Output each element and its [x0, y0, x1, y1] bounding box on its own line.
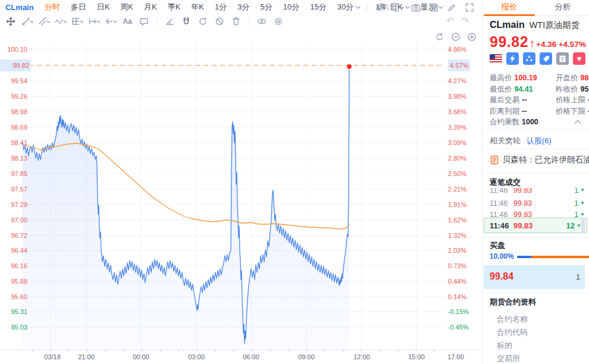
- period-10min[interactable]: 10分: [278, 2, 305, 12]
- period-quarter-k[interactable]: 季K: [162, 2, 186, 12]
- news-headline: 贝森特：已允许伊朗石油继: [503, 155, 589, 165]
- draw-button[interactable]: [446, 2, 458, 12]
- layout-frame-icon: [392, 3, 399, 12]
- ranking-button[interactable]: [523, 52, 535, 65]
- tab-analysis[interactable]: 分析: [536, 0, 589, 15]
- chart-plot[interactable]: [0, 29, 482, 364]
- channel-tool-button[interactable]: [38, 16, 50, 27]
- redo-button[interactable]: ↷: [462, 15, 469, 26]
- pan-move-icon: [6, 17, 15, 26]
- flash-order-button[interactable]: [506, 52, 519, 65]
- pct-axis-label: 1.62%: [448, 216, 466, 224]
- tag-button[interactable]: [540, 52, 552, 65]
- sell-direction-icon: ▼: [580, 212, 585, 217]
- compare-button[interactable]: [256, 16, 268, 27]
- wave-tool-button[interactable]: [55, 16, 67, 27]
- stat-row: 距离到期--: [490, 106, 538, 117]
- gear-icon: [274, 17, 283, 26]
- contract-multiplier: 1000: [522, 118, 538, 126]
- bid-qty: 1: [576, 273, 580, 281]
- pct-axis-label: 1.91%: [448, 200, 466, 209]
- quote-price-row: 99.82↑+4.36 +4.57%: [490, 33, 586, 51]
- stat-row: 价格下限--: [556, 106, 589, 117]
- notes-button[interactable]: [556, 52, 569, 65]
- contract-info-title: 期货合约资料: [490, 297, 536, 307]
- comment-tool-button[interactable]: [138, 16, 150, 27]
- us-flag-icon[interactable]: [490, 54, 502, 63]
- gear-icon: [375, 2, 385, 12]
- bid-row[interactable]: 99.84 1: [484, 265, 585, 289]
- comment-bubble-icon: [139, 17, 149, 26]
- pct-axis-label: 3.39%: [448, 123, 466, 131]
- pan-tool-button[interactable]: [5, 16, 17, 27]
- magnet-tool-button[interactable]: [180, 16, 192, 27]
- angle-icon: [165, 17, 174, 26]
- price-axis-label: 96.16: [0, 262, 27, 270]
- period-month-k[interactable]: 月K: [139, 2, 162, 12]
- tick-list-scrollbar[interactable]: [581, 218, 585, 233]
- contract-name-label: 合约名称: [497, 314, 528, 325]
- period-15min[interactable]: 15分: [305, 2, 331, 12]
- bid-price: 99.84: [490, 271, 513, 282]
- divider: [483, 130, 589, 130]
- chevron-down-icon: [113, 20, 117, 23]
- chevron-down-icon: [400, 6, 404, 9]
- tick-row[interactable]: 11:46 99.83 1▼: [490, 188, 585, 196]
- reset-zoom-button[interactable]: [434, 32, 446, 42]
- fullscreen-button[interactable]: [463, 2, 475, 12]
- hide-drawings-button[interactable]: [214, 16, 225, 27]
- last-price-dot: [347, 64, 352, 69]
- chevron-down-icon: [96, 20, 100, 23]
- tick-row[interactable]: 11:46 99.83 1▼: [490, 197, 585, 209]
- zoom-out-button[interactable]: [450, 32, 462, 42]
- price-axis-label: 98.98: [0, 108, 27, 116]
- delete-drawings-button[interactable]: [230, 16, 242, 27]
- time-axis-label: 03/18: [44, 353, 61, 360]
- stat-row: 最低价94.41: [490, 84, 538, 95]
- pattern-tool-button[interactable]: [71, 16, 83, 27]
- period-5min[interactable]: 5分: [255, 2, 278, 12]
- period-1min[interactable]: 1分: [209, 2, 232, 12]
- period-day-k[interactable]: 日K: [92, 2, 115, 12]
- stat-row: 最高价100.19: [490, 73, 538, 84]
- period-30min[interactable]: 30分: [332, 2, 366, 12]
- news-doc-icon: [490, 155, 499, 165]
- symbol-selector[interactable]: CLmain: [0, 3, 39, 12]
- tab-quote[interactable]: 报价: [483, 0, 536, 15]
- news-ticker-row[interactable]: 贝森特：已允许伊朗石油继: [490, 152, 589, 168]
- lightning-icon: [509, 55, 516, 62]
- pencil-icon: [447, 3, 456, 12]
- sell-direction-icon: ▼: [580, 188, 585, 193]
- tool-settings-button[interactable]: [272, 16, 284, 27]
- continuous-draw-button[interactable]: [197, 16, 209, 27]
- arrow-tool-button[interactable]: [105, 16, 117, 27]
- measure-tool-button[interactable]: [88, 16, 100, 27]
- period-week-k[interactable]: 周K: [115, 2, 139, 12]
- pct-axis-label: 1.32%: [448, 231, 466, 240]
- period-3min[interactable]: 3分: [232, 2, 255, 12]
- text-tool-button[interactable]: Aa: [121, 16, 133, 27]
- warrants-link[interactable]: 认股(6): [527, 136, 552, 145]
- chart-settings-button[interactable]: [374, 2, 386, 12]
- time-axis-label: 12:00: [353, 353, 370, 360]
- wave-icon: [55, 17, 62, 26]
- stat-row: 开盘价98.: [556, 73, 589, 84]
- period-intraday[interactable]: 分时: [39, 2, 65, 12]
- layout-select-button[interactable]: [392, 2, 404, 12]
- period-multiday[interactable]: 多日: [65, 2, 92, 12]
- favorite-button[interactable]: ♥: [573, 52, 585, 65]
- trendline-tool-button[interactable]: [21, 16, 33, 27]
- tick-row-latest[interactable]: 11:46 99.83 12▼: [484, 218, 587, 233]
- time-axis-label: 06:00: [243, 353, 259, 360]
- collapse-stats-button[interactable]: [574, 117, 581, 125]
- current-price-axis-chip: 99.82: [0, 59, 31, 71]
- zoom-in-button[interactable]: [466, 32, 478, 42]
- chevron-down-icon: [63, 20, 67, 23]
- undo-button[interactable]: ↶: [446, 15, 454, 26]
- screenshot-button[interactable]: [410, 2, 422, 12]
- measure-icon: [88, 17, 96, 26]
- period-year-k[interactable]: 年K: [186, 2, 209, 12]
- annotate-button[interactable]: [428, 2, 440, 12]
- angle-tool-button[interactable]: [164, 16, 176, 27]
- divider: [249, 18, 249, 26]
